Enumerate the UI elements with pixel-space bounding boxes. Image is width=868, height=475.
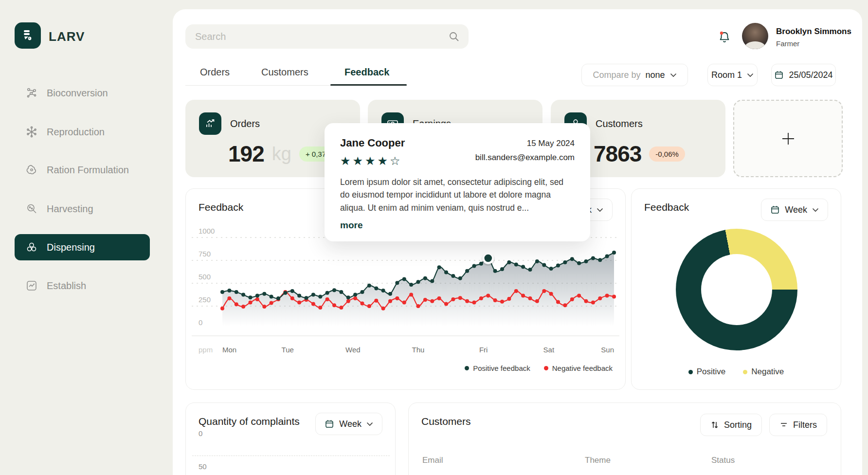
gridline [192, 456, 390, 456]
sidebar-item-label: Dispensing [47, 242, 95, 253]
stat-title: Customers [596, 118, 643, 129]
reproduction-icon [25, 126, 38, 138]
column-header-theme: Theme [585, 456, 611, 465]
legend-negative: Negative [743, 367, 784, 377]
establish-icon [25, 279, 38, 292]
sort-arrows-icon [710, 420, 719, 429]
search-icon[interactable] [448, 31, 460, 42]
compare-by-value: none [646, 70, 665, 80]
filters-button[interactable]: Filters [769, 414, 827, 436]
donut-legend: Positive Negative [632, 367, 841, 377]
column-header-email: Email [422, 456, 443, 465]
legend-negative-feedback: Negative feedback [544, 364, 613, 372]
period-value: Week [339, 419, 362, 429]
calendar-icon [770, 205, 780, 215]
chevron-down-icon [670, 73, 677, 77]
feedback-donut-chart[interactable] [676, 229, 797, 350]
sidebar-item-label: Establish [47, 280, 86, 292]
tab-customers[interactable]: Customers [261, 67, 308, 78]
search-input[interactable] [185, 31, 448, 42]
svg-text:Tue: Tue [282, 346, 294, 354]
review-date: 15 May 2024 [475, 137, 575, 151]
chart-title: Quantity of complaints [199, 416, 300, 427]
sidebar-item-reproduction[interactable]: Reproduction [15, 119, 150, 145]
user-avatar[interactable] [742, 23, 768, 49]
dispensing-icon [25, 241, 38, 254]
sorting-button[interactable]: Sorting [700, 414, 762, 436]
svg-text:750: 750 [199, 250, 211, 258]
svg-text:Fri: Fri [479, 346, 488, 354]
main-panel: Brooklyn Simmons Farmer Orders Customers… [173, 9, 862, 475]
calendar-icon [325, 419, 334, 429]
legend-positive: Positive [688, 367, 726, 377]
line-chart-legend: Positive feedback Negative feedback [465, 364, 613, 372]
chevron-down-icon [747, 73, 754, 77]
sidebar-item-label: Reproduction [47, 127, 105, 138]
period-value: Week [785, 205, 807, 215]
review-more-link[interactable]: more [340, 220, 362, 231]
compare-by-dropdown[interactable]: Compare by none [581, 64, 688, 86]
positive-dot-icon [688, 370, 693, 374]
complaints-chart-card: Quantity of complaints Week 0 50 [185, 402, 396, 475]
sidebar-item-harvesting[interactable]: Harvesting [15, 196, 150, 222]
plus-icon [781, 131, 796, 146]
svg-text:250: 250 [199, 295, 211, 304]
user-name: Brooklyn Simmons [776, 27, 851, 37]
stat-value: 192 [228, 141, 264, 167]
svg-text:Wed: Wed [345, 346, 361, 354]
brand-name: LARV [49, 29, 85, 44]
sidebar: LARV Bioconversion Reproduction [0, 0, 173, 475]
complaints-period-dropdown[interactable]: Week [315, 413, 382, 435]
sidebar-item-label: Harvesting [47, 203, 93, 215]
sidebar-item-label: Bioconversion [47, 88, 108, 99]
svg-text:Sun: Sun [601, 346, 614, 354]
ration-formulation-icon [25, 164, 38, 176]
filter-lines-icon [779, 420, 788, 429]
sidebar-item-dispensing[interactable]: Dispensing [15, 234, 150, 260]
column-header-status: Status [711, 456, 735, 465]
chevron-down-icon [597, 208, 603, 212]
sidebar-item-establish[interactable]: Establish [15, 273, 150, 299]
negative-dot-icon [743, 370, 747, 374]
tab-orders[interactable]: Orders [200, 67, 230, 78]
positive-dot-icon [465, 366, 469, 370]
y-tick: 0 [199, 429, 202, 438]
chevron-down-icon [812, 208, 819, 212]
negative-dot-icon [544, 366, 548, 370]
svg-text:500: 500 [199, 273, 211, 281]
bioconversion-icon [25, 87, 38, 99]
active-tab-indicator [330, 84, 407, 86]
compare-by-label: Compare by [593, 70, 640, 80]
tab-feedback[interactable]: Feedback [344, 67, 389, 78]
date-picker[interactable]: 25/05/2024 [771, 64, 836, 86]
svg-text:0: 0 [199, 318, 202, 327]
svg-text:Sat: Sat [543, 346, 555, 354]
reviewer-name: Jane Cooper [340, 137, 405, 149]
svg-text:1000: 1000 [199, 227, 215, 235]
stat-title: Orders [230, 118, 260, 129]
table-title: Customers [421, 416, 471, 427]
user-role: Farmer [776, 39, 799, 48]
room-dropdown[interactable]: Room 1 [707, 64, 758, 86]
review-popup: Jane Cooper ★★★★☆ 15 May 2024 bill.sande… [325, 123, 590, 241]
sidebar-item-bioconversion[interactable]: Bioconversion [15, 80, 150, 106]
legend-positive-feedback: Positive feedback [465, 364, 530, 372]
svg-text:Thu: Thu [412, 346, 425, 354]
reviewer-email: bill.sanders@example.com [475, 151, 575, 165]
review-text: Lorem ipsum dolor sit amet, consectetur … [340, 176, 575, 214]
calendar-icon [774, 70, 784, 80]
chevron-down-icon [366, 422, 373, 426]
search-bar [185, 24, 469, 49]
donut-period-dropdown[interactable]: Week [761, 199, 828, 221]
donut-hole [701, 254, 772, 325]
add-widget-button[interactable] [733, 100, 843, 177]
notification-bell-icon[interactable] [717, 30, 732, 45]
sidebar-item-ration-formulation[interactable]: Ration Formulation [15, 157, 150, 183]
svg-text:ppm: ppm [199, 346, 213, 354]
sidebar-item-label: Ration Formulation [47, 164, 129, 176]
room-value: Room 1 [711, 70, 742, 80]
date-value: 25/05/2024 [789, 70, 832, 80]
customers-table-card: Customers Sorting Filters Email Theme St… [408, 402, 841, 475]
feedback-donut-card: Feedback Week Positive Negative [631, 188, 841, 390]
y-tick: 50 [199, 462, 207, 471]
